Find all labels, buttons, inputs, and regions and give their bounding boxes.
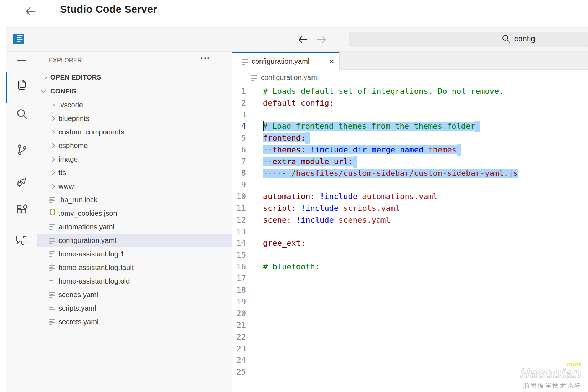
tab-bar: configuration.yaml × [232,52,588,70]
line-number: 17 [232,273,246,285]
breadcrumb[interactable]: configuration.yaml [232,70,588,86]
code-line-8: 8····- /hacsfiles/custom-sidebar/custom-… [232,168,588,179]
line-number: 16 [232,261,246,273]
line-content: # Loads default set of integrations. Do … [263,86,504,97]
page-title: Studio Code Server [60,4,157,15]
tree-item-home-assistant.log.fault[interactable]: home-assistant.log.fault [37,261,232,274]
sidebar-item-search[interactable] [16,108,28,120]
navigate-forward-button[interactable] [316,34,327,45]
file-tree: .vscodeblueprintscustom_componentsesphom… [37,98,232,329]
back-button[interactable] [24,4,38,19]
line-number: 12 [232,214,246,226]
arrow-left-icon [297,34,309,45]
section-label: OPEN EDITORS [50,73,101,81]
line-number: 5 [232,132,246,144]
line-content: default_config: [263,97,334,109]
chevron-right-icon [50,170,55,175]
tree-item-secrets.yaml[interactable]: secrets.yaml [37,315,232,329]
line-number: 25 [232,366,246,378]
code-line-1: 1# Loads default set of integrations. Do… [232,86,588,97]
file-icon [49,224,55,230]
close-icon[interactable]: × [329,57,334,66]
tree-item-custom_components[interactable]: custom_components [37,125,232,139]
tree-item-label: custom_components [58,128,124,136]
explorer-header: EXPLORER ··· [37,52,232,69]
search-input[interactable] [514,34,568,44]
code-line-12: 12scene: !include scenes.yaml [232,214,588,226]
sidebar-item-explorer[interactable] [16,78,28,91]
more-actions-icon[interactable]: ··· [201,53,210,63]
code-line-18: 18 [232,285,588,296]
tree-item-label: .vscode [58,101,83,109]
section-open-editors[interactable]: OPEN EDITORS [37,71,232,84]
command-center-searchbox[interactable] [349,32,588,47]
line-number: 11 [232,203,246,214]
explorer-title: EXPLORER [49,57,82,64]
tree-item-automations.yaml[interactable]: automations.yaml [37,220,232,234]
tree-item-esphome[interactable]: esphome [37,139,232,152]
code-line-21: 21 [232,320,588,331]
line-content: ····- /hacsfiles/custom-sidebar/custom-s… [263,168,518,179]
studio-code-server-page: Studio Code Server [0,0,588,392]
line-content: automation: !include automations.yaml [263,191,438,203]
tree-item-label: scenes.yaml [58,291,98,299]
line-content: script: !include scripts.yaml [263,203,400,214]
code-area[interactable]: 1# Loads default set of integrations. Do… [232,86,588,392]
code-line-6: 6··themes: !include_dir_merge_named them… [232,144,588,156]
tree-item-label: .omv_cookies.json [58,209,117,218]
sidebar-item-extensions[interactable] [16,204,28,217]
tree-item-label: home-assistant.log.1 [58,250,124,258]
file-icon [49,197,55,203]
tree-item-.vscode[interactable]: .vscode [37,98,232,112]
line-number: 20 [232,308,246,320]
line-content: scene: !include scenes.yaml [263,214,391,226]
sidebar-layout-icon[interactable] [12,32,24,45]
menu-button[interactable] [16,55,28,67]
tree-item-blueprints[interactable]: blueprints [37,112,232,125]
chevron-right-icon [50,143,55,148]
extensions-icon [16,204,28,217]
search-icon [501,34,511,44]
code-line-11: 11script: !include scripts.yaml [232,203,588,214]
sidebar-item-source-control[interactable] [16,144,28,156]
code-line-22: 22 [232,331,588,343]
section-config[interactable]: CONFIG [37,85,232,98]
section-label: CONFIG [50,87,77,95]
line-number: 1 [232,86,246,97]
chevron-right-icon [50,130,55,134]
files-icon [16,78,28,91]
line-content: # Load frontend themes from the themes f… [263,121,480,132]
tab-configuration-yaml[interactable]: configuration.yaml × [232,52,340,70]
tree-item-home-assistant.log.1[interactable]: home-assistant.log.1 [37,247,232,261]
line-number: 15 [232,249,246,261]
tree-item-.ha_run.lock[interactable]: .ha_run.lock [37,193,232,207]
navigate-back-button[interactable] [297,34,309,45]
code-line-23: 23 [232,343,588,355]
sidebar-item-run-debug[interactable] [16,176,28,188]
tree-item-www[interactable]: www [37,179,232,193]
line-number: 18 [232,285,246,296]
tree-item-home-assistant.log.old[interactable]: home-assistant.log.old [37,274,232,288]
line-number: 21 [232,320,246,331]
tree-item-image[interactable]: image [37,152,232,166]
hamburger-icon [17,57,26,65]
line-number: 14 [232,238,246,249]
tree-item-tts[interactable]: tts [37,166,232,179]
tree-item-scripts.yaml[interactable]: scripts.yaml [37,301,232,315]
line-number: 24 [232,355,246,366]
sidebar-item-chat[interactable] [16,234,28,246]
code-line-24: 24 [232,355,588,366]
tree-item-.omv_cookies.json[interactable]: {}.omv_cookies.json [37,207,232,220]
file-icon [49,251,55,257]
tree-item-configuration.yaml[interactable]: configuration.yaml [37,234,232,247]
branch-icon [16,144,28,156]
code-line-2: 2default_config: [232,97,588,109]
line-number: 9 [232,179,246,191]
tree-item-scenes.yaml[interactable]: scenes.yaml [37,288,232,301]
tree-item-label: home-assistant.log.fault [58,264,134,272]
editor-group: configuration.yaml × configuration.yaml … [232,52,588,392]
page-header: Studio Code Server [6,0,588,28]
line-number: 8 [232,168,246,179]
arrow-left-icon [25,5,37,17]
tree-item-label: www [58,182,74,190]
